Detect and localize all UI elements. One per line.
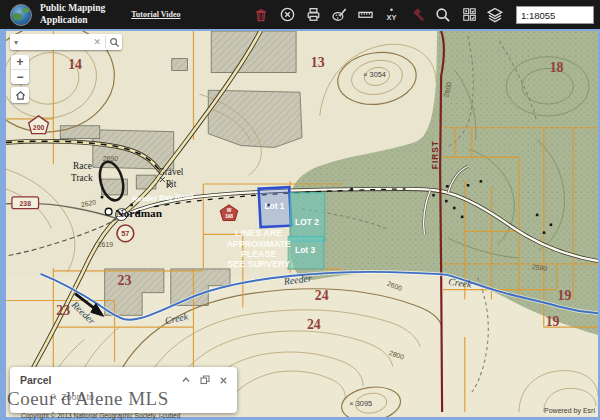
- survey-annotation: LINES ARE APPROXIMATE PLEASE SEE SURVERY: [226, 228, 290, 269]
- header-bar: Public Mapping Application Tutorial Vide…: [0, 0, 600, 29]
- nordman-town-marker: [105, 208, 112, 215]
- tools-button[interactable]: [406, 4, 428, 26]
- lot3-label: Lot 3: [295, 245, 315, 255]
- print-button[interactable]: [302, 4, 324, 26]
- svg-text:Pit: Pit: [166, 179, 177, 189]
- app-title: Public Mapping Application: [40, 3, 105, 27]
- svg-text:2619: 2619: [98, 241, 113, 248]
- svg-text:238: 238: [19, 200, 31, 207]
- lot1-label: Lot 1: [265, 201, 285, 211]
- close-icon: [219, 376, 228, 385]
- scale-input[interactable]: [516, 6, 594, 24]
- search-icon: [434, 6, 452, 24]
- map-canvas[interactable]: 200 238 57 57 W 198 14 13 18 23 23 24: [6, 31, 598, 417]
- panel-close-button[interactable]: [219, 376, 228, 385]
- svg-text:× 3054: × 3054: [363, 70, 386, 79]
- svg-text:Gravel: Gravel: [158, 167, 184, 177]
- svg-text:198: 198: [225, 214, 233, 219]
- svg-text:W: W: [227, 208, 232, 213]
- app-title-line1: Public Mapping: [40, 3, 105, 15]
- search-clear-icon[interactable]: ✕: [89, 37, 105, 47]
- xy-coordinates-button[interactable]: XY: [380, 4, 402, 26]
- magnifier-icon: [109, 37, 120, 48]
- trash-icon: [253, 7, 269, 23]
- zoom-out-button[interactable]: −: [11, 70, 29, 84]
- map-viewport: 200 238 57 57 W 198 14 13 18 23 23 24: [0, 29, 600, 420]
- svg-text:200: 200: [33, 124, 45, 131]
- powered-by-esri: Powered by Esri: [544, 407, 595, 414]
- duplicate-window-icon: [200, 375, 210, 385]
- app-logo-globe-icon: [10, 4, 32, 26]
- search-options-caret-icon[interactable]: ▾: [10, 38, 22, 47]
- bookmarks-button[interactable]: [458, 4, 480, 26]
- svg-text:APPROXIMATE: APPROXIMATE: [226, 239, 290, 249]
- svg-text:23: 23: [56, 303, 70, 318]
- measure-button[interactable]: [354, 4, 376, 26]
- circle-x-icon: [279, 6, 296, 23]
- svg-text:24: 24: [307, 317, 321, 332]
- svg-text:24: 24: [315, 288, 329, 303]
- gavel-icon: [409, 6, 426, 23]
- svg-text:FIRST: FIRST: [430, 140, 440, 169]
- zoom-in-button[interactable]: +: [11, 55, 29, 69]
- home-extent-button[interactable]: [11, 87, 29, 103]
- close-tool-button[interactable]: [276, 4, 298, 26]
- svg-text:2690: 2690: [103, 155, 118, 162]
- map-search-bar: ▾ ✕: [10, 34, 122, 50]
- parcel-panel-header: Parcel: [10, 367, 237, 386]
- app-window: Public Mapping Application Tutorial Vide…: [0, 0, 600, 420]
- toolbar: XY: [250, 4, 594, 26]
- svg-text:PLEASE: PLEASE: [241, 249, 277, 259]
- chevron-up-icon: [181, 375, 191, 385]
- svg-text:Track: Track: [71, 173, 93, 183]
- bookmarks-grid-icon: [461, 6, 478, 23]
- svg-text:14: 14: [68, 57, 82, 72]
- svg-text:SEE SURVERY: SEE SURVERY: [227, 259, 290, 269]
- svg-text:19: 19: [558, 289, 572, 304]
- copyright-attribution: Copyright © 2013 National Geographic Soc…: [21, 412, 180, 419]
- svg-text:LINES ARE: LINES ARE: [235, 228, 282, 238]
- search-submit-button[interactable]: [106, 37, 122, 48]
- scale-field-wrap: [516, 5, 594, 25]
- svg-text:19: 19: [546, 314, 560, 329]
- svg-text:57: 57: [121, 229, 129, 238]
- home-icon: [15, 90, 26, 101]
- parcel-panel-title: Parcel: [20, 374, 52, 386]
- svg-text:× 3095: × 3095: [349, 399, 372, 408]
- svg-text:13: 13: [311, 55, 325, 70]
- layers-button[interactable]: [484, 4, 506, 26]
- svg-text:18: 18: [550, 60, 564, 75]
- svg-text:Race: Race: [73, 161, 92, 171]
- search-tool-button[interactable]: [432, 4, 454, 26]
- svg-text:23: 23: [117, 273, 131, 288]
- app-title-line2: Application: [40, 15, 105, 27]
- zoom-control: + −: [11, 55, 29, 84]
- svg-text:XY: XY: [386, 13, 396, 22]
- printer-icon: [305, 6, 322, 23]
- search-input[interactable]: [22, 36, 89, 48]
- palette-pencil-icon: [331, 6, 348, 23]
- draw-button[interactable]: [328, 4, 350, 26]
- svg-text:Nordman: Nordman: [116, 207, 163, 219]
- tutorial-video-link[interactable]: Tutorial Video: [131, 10, 180, 19]
- panel-collapse-button[interactable]: [181, 375, 191, 385]
- lot2-label: LOT 2: [295, 217, 319, 227]
- ruler-icon: [357, 6, 374, 23]
- delete-graphics-button[interactable]: [250, 4, 272, 26]
- mls-watermark: Coeur d'Alene MLS: [7, 388, 169, 410]
- layers-icon: [486, 6, 504, 24]
- panel-dock-button[interactable]: [200, 375, 210, 385]
- xy-coordinates-icon: XY: [383, 6, 400, 23]
